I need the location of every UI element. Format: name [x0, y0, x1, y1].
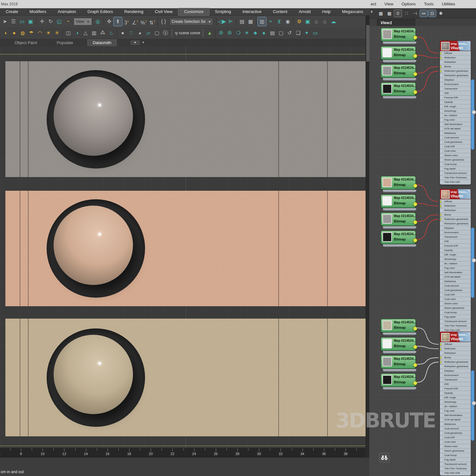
input-socket[interactable] — [440, 445, 441, 448]
input-socket[interactable] — [440, 374, 441, 377]
map-node[interactable]: Map #214534...Bitmap — [381, 319, 416, 332]
param-row-diff-rough-[interactable]: Diff. rough. — [440, 395, 471, 400]
input-socket[interactable] — [440, 316, 441, 319]
tab-populate[interactable]: Populate — [52, 40, 78, 46]
input-socket[interactable] — [440, 472, 441, 475]
input-socket[interactable] — [440, 311, 441, 314]
select-and-place-icon[interactable]: ◔ — [63, 17, 72, 26]
select-and-rotate-icon[interactable]: ↻ — [46, 17, 55, 26]
assign-material-icon[interactable]: ▱ — [144, 29, 153, 37]
param-row-opacity[interactable]: Opacity — [440, 100, 471, 104]
map-node[interactable]: Map #214534...Bitmap — [381, 213, 416, 226]
param-row-thin-film-thickness[interactable]: Thin Film Thickness — [440, 175, 471, 180]
sample-slot-icon[interactable]: ▩ — [377, 10, 385, 17]
param-row-coat-color[interactable]: Coat color — [440, 149, 471, 153]
input-socket[interactable] — [440, 52, 441, 55]
input-socket[interactable] — [440, 285, 441, 288]
param-row-gtr-tail-falloff[interactable]: GTR tail falloff — [440, 127, 471, 131]
param-row-fog-depth[interactable]: Fog depth — [440, 167, 471, 171]
param-row-an-rotation[interactable]: An. rotation — [440, 404, 471, 409]
input-socket[interactable] — [440, 436, 441, 439]
param-row-anisotropy[interactable]: Anisotropy — [440, 257, 471, 261]
trees-icon[interactable]: ♣ — [251, 29, 260, 37]
input-socket[interactable] — [440, 463, 441, 466]
param-row-refraction[interactable]: Refraction — [440, 208, 471, 213]
editor-menu-utilities[interactable]: Utilities — [442, 0, 455, 8]
param-row-sheen-glossiness[interactable]: Sheen glossiness — [440, 306, 471, 310]
param-row-metalness[interactable]: Metalness — [440, 279, 471, 284]
param-row-self-illumination[interactable]: Self-Illumination — [440, 122, 471, 127]
menu-content[interactable]: Content — [267, 8, 293, 15]
input-socket[interactable] — [440, 200, 441, 203]
param-row-reflection-glossiness[interactable]: Reflection glossiness — [440, 217, 471, 221]
input-socket[interactable] — [440, 454, 441, 457]
input-socket[interactable] — [440, 205, 441, 208]
param-row-coat-amount[interactable]: Coat amount — [440, 136, 471, 140]
menu-arnold[interactable]: Arnold — [293, 8, 316, 15]
param-row-anisotropy[interactable]: Anisotropy — [440, 400, 471, 404]
input-socket[interactable] — [440, 401, 441, 404]
param-row-gtr-tail-falloff[interactable]: GTR tail falloff — [440, 418, 471, 422]
input-socket[interactable] — [440, 432, 441, 435]
param-row-fog-depth[interactable]: Fog depth — [440, 315, 471, 319]
menu-create[interactable]: Create — [0, 8, 24, 15]
render-setup-icon[interactable]: ⚙ — [295, 17, 303, 26]
edit-named-selection-sets-icon[interactable]: { } — [159, 17, 168, 26]
rendered-frame-window-icon[interactable]: ▣ — [303, 17, 312, 26]
input-socket[interactable] — [440, 294, 441, 296]
input-socket[interactable] — [440, 370, 441, 373]
pine-tree-icon[interactable]: ♠ — [260, 29, 268, 37]
input-socket[interactable] — [440, 414, 441, 417]
render-production-icon[interactable]: ♨ — [312, 17, 321, 26]
param-row-displace[interactable]: Displace — [440, 78, 471, 82]
schematic-view-icon[interactable]: ⊻ — [275, 17, 283, 26]
param-row-sheen-color[interactable]: Sheen color — [440, 301, 471, 306]
refresh-icon[interactable]: ↺ — [285, 29, 294, 37]
menu-help[interactable]: Help — [316, 8, 336, 15]
input-socket[interactable] — [440, 245, 441, 248]
param-row-reflection-glossiness[interactable]: Reflection glossiness — [440, 360, 471, 364]
vraymtl-node[interactable]: vray_Ston...VRayMtl–DiffuseReflectionRef… — [440, 189, 471, 333]
param-row-self-illumination[interactable]: Self-Illumination — [440, 413, 471, 418]
vraymtl-node[interactable]: vray_Ston...VRayMtl–DiffuseReflectionRef… — [440, 41, 471, 185]
input-socket[interactable] — [440, 320, 441, 323]
light-bulb-icon[interactable]: ❍ — [234, 29, 242, 37]
scene-explorer-icon[interactable]: ▦ — [246, 17, 255, 26]
param-row-ior[interactable]: IOR — [440, 382, 471, 387]
spinner-snap-icon[interactable]: ⇅ʔ — [148, 17, 156, 26]
sun-system-icon[interactable]: ☀ — [242, 29, 251, 37]
select-by-name-icon[interactable]: ☰ — [9, 17, 18, 26]
param-row-bump[interactable]: Bump — [440, 355, 471, 360]
input-socket[interactable] — [440, 132, 441, 135]
input-socket[interactable] — [440, 96, 441, 99]
skylight-icon[interactable]: ✳ — [53, 29, 61, 37]
param-row-coat-ior[interactable]: Coat IOR — [440, 435, 471, 440]
input-socket[interactable] — [440, 83, 441, 86]
param-row-thin-film-thickness[interactable]: Thin Film Thickness — [440, 466, 471, 471]
node-canvas[interactable]: Map #214534...BitmapMap #214534...Bitmap… — [369, 26, 476, 476]
input-socket[interactable] — [440, 110, 441, 113]
param-row-fresnel-ior[interactable]: Fresnel IOR — [440, 96, 471, 100]
param-row-fog-color[interactable]: Fog color — [440, 266, 471, 270]
input-socket[interactable] — [440, 276, 441, 279]
output-socket[interactable] — [413, 381, 417, 385]
geosphere-primitive-icon[interactable]: ◍ — [18, 29, 27, 37]
output-socket[interactable] — [413, 363, 417, 367]
video-camera-icon[interactable]: ✇ — [217, 29, 225, 37]
material-editor-icon[interactable]: ◉ — [283, 17, 292, 26]
input-socket[interactable] — [440, 123, 441, 126]
scrollbar-handle[interactable] — [366, 25, 369, 62]
param-row-anisotropy[interactable]: Anisotropy — [440, 109, 471, 113]
map-node[interactable]: Map #214534...Bitmap — [381, 355, 416, 369]
input-socket[interactable] — [440, 209, 441, 212]
cube-helper-icon[interactable]: ◫ — [64, 29, 73, 37]
input-socket[interactable] — [440, 347, 441, 350]
param-row-coat-color[interactable]: Coat color — [440, 440, 471, 444]
input-socket[interactable] — [440, 74, 441, 77]
input-socket[interactable] — [440, 61, 441, 64]
map-node[interactable]: Map #214534...Bitmap — [381, 64, 416, 78]
output-socket[interactable] — [413, 72, 417, 76]
ribbon-flyout-button[interactable]: ▼ — [130, 40, 140, 45]
input-socket[interactable] — [440, 172, 441, 175]
photos-stack-icon[interactable]: ❏ — [294, 29, 302, 37]
